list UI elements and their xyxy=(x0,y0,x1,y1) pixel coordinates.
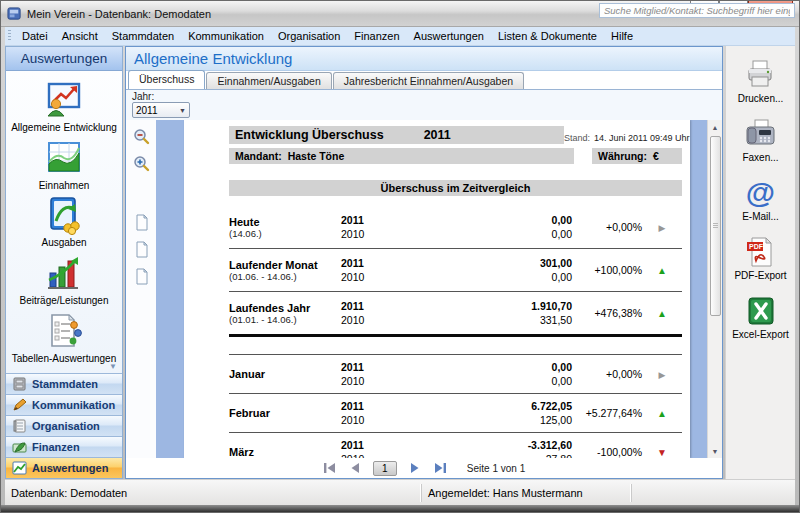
email-button[interactable]: @ E-Mail... xyxy=(742,176,779,222)
row-percent: +5.277,64% xyxy=(576,407,642,419)
sidebar-nav: Stammdaten Kommunikation Organisation xyxy=(6,373,122,478)
scroll-up-icon[interactable]: ▲ xyxy=(708,120,722,134)
report-pagination: 1 Seite 1 von 1 xyxy=(126,458,722,478)
currency-label: Währung: xyxy=(598,150,647,162)
page-view-icon[interactable] xyxy=(133,214,150,231)
status-empty xyxy=(631,484,795,502)
sidebar-item-beitraege-leistungen[interactable]: Beiträge/Leistungen xyxy=(20,253,109,306)
nav-button-auswertungen[interactable]: Auswertungen xyxy=(6,457,122,478)
zoom-in-icon[interactable] xyxy=(133,155,150,172)
sidebar-item-label: Ausgaben xyxy=(41,237,86,248)
email-at-icon: @ xyxy=(746,178,775,208)
menu-item[interactable]: Auswertungen xyxy=(407,28,491,44)
chart-icon xyxy=(12,461,27,475)
notebook-icon xyxy=(12,419,27,433)
row-value-current: 0,00 xyxy=(389,213,572,227)
nav-button-label: Auswertungen xyxy=(32,462,108,474)
menu-item[interactable]: Datei xyxy=(15,28,55,44)
table-row: März 2011 2010 -3.312,60 27,80 xyxy=(229,433,682,458)
last-page-button[interactable] xyxy=(433,462,447,474)
nav-button-label: Kommunikation xyxy=(32,399,115,411)
first-page-button[interactable] xyxy=(323,462,337,474)
sidebar: Auswertungen Allgemeine Entwicklung xyxy=(5,46,123,479)
row-percent: +476,38% xyxy=(576,307,642,319)
nav-button-stammdaten[interactable]: Stammdaten xyxy=(6,373,122,394)
menu-item[interactable]: Finanzen xyxy=(347,28,406,44)
nav-button-finanzen[interactable]: Finanzen xyxy=(6,436,122,457)
row-label: Laufendes Jahr xyxy=(229,302,341,314)
sidebar-item-label: Allgemeine Entwicklung xyxy=(11,122,117,133)
report-page: Entwicklung Überschuss 2011 Stand:14. Ju… xyxy=(184,120,690,458)
table-row: Laufender Monat (01.06. - 14.06.) 2011 2… xyxy=(229,249,682,292)
more-reports-arrow[interactable]: ▼ xyxy=(109,362,117,371)
row-percent: +0,00% xyxy=(576,221,642,233)
row-year-previous: 2010 xyxy=(341,270,389,284)
pdf-export-button[interactable]: PDF PDF-Export xyxy=(734,235,786,281)
report-scrollbar[interactable]: ▲ ▼ xyxy=(707,120,722,458)
tab[interactable]: Überschuss xyxy=(128,70,205,89)
report-title: Entwicklung Überschuss xyxy=(235,128,384,142)
page-view-icon[interactable] xyxy=(133,241,150,258)
page-view-icon[interactable] xyxy=(133,268,150,285)
window-bottom-border xyxy=(1,505,799,512)
fax-button[interactable]: Faxen... xyxy=(742,117,778,163)
nav-button-organisation[interactable]: Organisation xyxy=(6,415,122,436)
row-label: Januar xyxy=(229,368,341,380)
scrollbar-thumb[interactable] xyxy=(710,136,721,316)
menu-item[interactable]: Kommunikation xyxy=(181,28,271,44)
report-currency-bar: Währung: € xyxy=(592,148,682,164)
excel-icon xyxy=(745,295,777,327)
current-page-box: 1 xyxy=(373,461,397,476)
scroll-down-icon[interactable]: ▼ xyxy=(708,444,722,458)
sidebar-item-label: Tabellen-Auswertungen xyxy=(12,353,117,364)
page-title: Allgemeine Entwicklung xyxy=(126,47,722,71)
contributions-bar-chart-icon xyxy=(44,253,84,293)
row-value-current: 1.910,70 xyxy=(389,299,572,313)
row-value-previous: 0,00 xyxy=(389,374,572,388)
menu-item[interactable]: Ansicht xyxy=(55,28,105,44)
chevron-down-icon: ▼ xyxy=(179,107,186,114)
statusbar: Datenbank: Demodaten Angemeldet: Hans Mu… xyxy=(5,479,795,505)
sidebar-item-einnahmen[interactable]: Einnahmen xyxy=(39,138,90,191)
action-label: Excel-Export xyxy=(732,329,789,340)
income-area-chart-icon xyxy=(44,138,84,178)
print-button[interactable]: Drucken... xyxy=(738,58,784,104)
row-year-previous: 2010 xyxy=(341,227,389,241)
status-user: Angemeldet: Hans Mustermann xyxy=(421,484,631,502)
zoom-out-icon[interactable] xyxy=(133,128,150,145)
menu-item[interactable]: Organisation xyxy=(271,28,347,44)
row-value-current: 0,00 xyxy=(389,360,572,374)
money-leaf-icon xyxy=(12,440,27,454)
sidebar-item-ausgaben[interactable]: Ausgaben xyxy=(41,195,86,248)
tab[interactable]: Jahresbericht Einnahmen/Ausgaben xyxy=(333,72,524,89)
currency-value: € xyxy=(653,150,659,162)
cabinet-icon xyxy=(12,377,27,391)
report-stand: Stand:14. Juni 2011 09:49 Uhr xyxy=(564,133,689,144)
row-sublabel: (01.06. - 14.06.) xyxy=(229,271,341,282)
menu-item[interactable]: Hilfe xyxy=(604,28,640,44)
previous-page-button[interactable] xyxy=(349,462,361,474)
search-input[interactable] xyxy=(599,3,795,18)
year-select-value: 2011 xyxy=(136,105,158,116)
table-report-people-icon xyxy=(44,311,84,351)
next-page-button[interactable] xyxy=(409,462,421,474)
mandant-label: Mandant: xyxy=(235,150,282,162)
sidebar-report-shortcuts: Allgemeine Entwicklung Einnahmen xyxy=(6,71,122,373)
sidebar-item-tabellen-auswertungen[interactable]: Tabellen-Auswertungen xyxy=(12,311,117,364)
menu-item[interactable]: Stammdaten xyxy=(105,28,181,44)
window-title: Mein Verein - Datenbank: Demodaten xyxy=(27,8,211,20)
tab[interactable]: Einnahmen/Ausgaben xyxy=(206,72,331,89)
row-value-current: -3.312,60 xyxy=(389,438,572,452)
sidebar-item-label: Beiträge/Leistungen xyxy=(20,295,109,306)
nav-button-kommunikation[interactable]: Kommunikation xyxy=(6,394,122,415)
sidebar-item-allgemeine-entwicklung[interactable]: Allgemeine Entwicklung xyxy=(11,80,117,133)
trend-arrow-icon xyxy=(659,222,666,233)
report-section-header: Überschuss im Zeitvergleich xyxy=(229,180,682,196)
menubar: Datei Ansicht Stammdaten Kommunikation O… xyxy=(5,27,795,46)
action-label: Drucken... xyxy=(738,93,784,104)
menu-item[interactable]: Listen & Dokumente xyxy=(491,28,604,44)
row-sublabel: (14.06.) xyxy=(229,228,341,239)
year-select[interactable]: 2011 ▼ xyxy=(132,102,190,118)
excel-export-button[interactable]: Excel-Export xyxy=(732,294,789,340)
trend-arrow-icon xyxy=(657,408,667,419)
